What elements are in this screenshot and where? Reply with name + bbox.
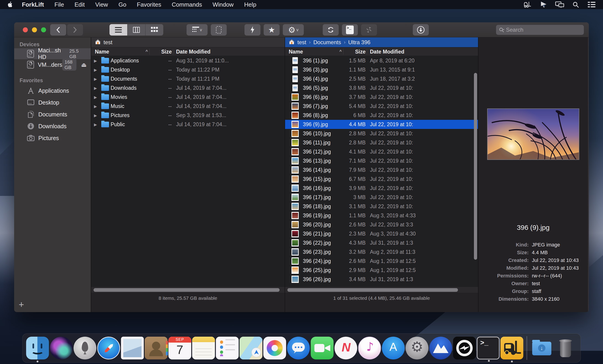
sidebar-item-downloads[interactable]: Downloads [14, 121, 91, 132]
breadcrumb-segment[interactable]: test [297, 39, 306, 45]
dock-icon[interactable] [554, 337, 577, 359]
dock-icon[interactable] [97, 337, 120, 359]
sync-button[interactable] [323, 24, 339, 35]
file-row[interactable]: 396 (17).jpg 3 MB Jul 22, 2019 at 10: [285, 193, 478, 202]
file-row[interactable]: ▶ Pictures -- Sep 3, 2019 at 1:53... [91, 111, 285, 120]
favorites-star-button[interactable]: ★ [264, 24, 280, 35]
dock-icon[interactable] [145, 337, 168, 359]
file-row[interactable]: ▶ Public -- Jul 14, 2019 at 7:04... [91, 120, 285, 129]
dock-icon[interactable] [263, 337, 286, 359]
disclosure-triangle-icon[interactable]: ▶ [94, 113, 97, 118]
dock-icon[interactable]: ⚙ [406, 337, 429, 359]
menu-item-help[interactable]: Help [244, 1, 256, 8]
terminal-button[interactable]: >_ [342, 24, 358, 35]
dock-icon[interactable] [501, 337, 523, 359]
left-pane-horizontal-scrollbar[interactable] [91, 287, 285, 293]
list-view-button[interactable] [109, 24, 127, 35]
paste-placeholder-button[interactable] [211, 24, 227, 35]
back-button[interactable] [50, 24, 66, 35]
sync-browsing-button[interactable] [361, 24, 377, 35]
disclosure-triangle-icon[interactable]: ▶ [94, 68, 97, 72]
file-row[interactable]: ▶ Movies -- Jul 14, 2019 at 7:04... [91, 92, 285, 102]
menu-item-edit[interactable]: Edit [75, 1, 85, 8]
file-row[interactable]: 396 (14).jpg 7.9 MB Jul 22, 2019 at 10: [285, 165, 478, 175]
menu-item-commands[interactable]: Commands [172, 1, 202, 8]
breadcrumb-segment[interactable]: Documents [313, 39, 341, 45]
search-status-icon[interactable] [571, 1, 580, 8]
file-row[interactable]: 396 (4).jpg 2.5 MB Jun 18, 2017 at 3:2 [285, 74, 478, 83]
minimize-button[interactable] [32, 27, 37, 32]
dock-icon[interactable]: N [335, 337, 357, 359]
icon-view-button[interactable] [146, 24, 163, 35]
apple-logo-icon[interactable] [7, 1, 13, 8]
file-row[interactable]: 396 (12).jpg 4.1 MB Jul 22, 2019 at 10: [285, 147, 478, 156]
file-row[interactable]: 396 (24).jpg 2.6 MB Aug 1, 2019 at 12:5 [285, 256, 478, 265]
add-favorite-button[interactable]: + [19, 299, 24, 310]
file-row[interactable]: 396 (7).jpg 5.4 MB Jul 22, 2019 at 10: [285, 102, 478, 111]
file-row[interactable]: ▶ Music -- Jul 14, 2019 at 7:04... [91, 102, 285, 111]
file-row[interactable]: 396 (15).jpg 6.7 MB Jul 22, 2019 at 10: [285, 175, 478, 184]
file-row[interactable]: 396 (26).jpg 3.4 MB Jul 31, 2019 at 1:3 [285, 275, 478, 284]
file-row[interactable]: 396 (19).jpg 1.1 MB Aug 3, 2019 at 4:33 [285, 211, 478, 220]
dock-icon[interactable] [74, 337, 96, 359]
sidebar-item-desktop[interactable]: Desktop [14, 97, 91, 108]
cursor-status-icon[interactable] [539, 1, 548, 8]
file-row[interactable]: 396 (10).jpg 2.8 MB Jul 22, 2019 at 10: [285, 129, 478, 138]
menu-item-go[interactable]: Go [118, 1, 126, 8]
file-row[interactable]: ▶ Desktop -- Today at 11:22 PM [91, 65, 285, 74]
dock-icon[interactable]: ♪ [358, 337, 381, 359]
dock-icon[interactable] [527, 336, 527, 360]
column-view-button[interactable] [128, 24, 145, 35]
dock-icon[interactable] [240, 337, 263, 359]
settings-gear-button[interactable]: ⚙ v [283, 24, 304, 35]
dock-icon[interactable] [453, 337, 476, 359]
file-row[interactable]: ▶ Documents -- Today at 11:21 PM [91, 74, 285, 83]
download-activity-button[interactable] [413, 24, 429, 35]
file-row[interactable]: 396 (18).jpg 3.1 MB Jul 22, 2019 at 10: [285, 202, 478, 211]
file-row[interactable]: 396 (16).jpg 3.9 MB Jul 22, 2019 at 10: [285, 184, 478, 193]
disclosure-triangle-icon[interactable]: ▶ [94, 58, 97, 63]
menu-app-name[interactable]: ForkLift [22, 1, 44, 8]
dock-icon[interactable]: SEP 7 [169, 337, 191, 359]
forward-button[interactable] [67, 24, 83, 35]
file-row[interactable]: 396 (25).jpg 2.9 MB Aug 1, 2019 at 12:5 [285, 265, 478, 275]
dock-icon[interactable] [216, 337, 239, 359]
menu-item-file[interactable]: File [55, 1, 64, 8]
disclosure-triangle-icon[interactable]: ▶ [94, 95, 97, 100]
sidebar-device-macintosh-hd[interactable]: Maci...sh HD 25.5 GB [14, 48, 91, 59]
file-row[interactable]: 396 (13).jpg 7.1 MB Jul 22, 2019 at 10: [285, 156, 478, 165]
disclosure-triangle-icon[interactable]: ▶ [94, 122, 97, 127]
sidebar-item-pictures[interactable]: Pictures [14, 132, 91, 143]
column-header-name[interactable]: Name [289, 49, 303, 55]
dock-icon[interactable] [26, 337, 49, 359]
list-status-icon[interactable] [587, 1, 596, 8]
quick-actions-button[interactable] [244, 24, 260, 35]
disclosure-triangle-icon[interactable]: ▶ [94, 77, 97, 82]
file-row[interactable]: 396 (22).jpg 4.3 MB Jul 31, 2019 at 1:3 [285, 238, 478, 247]
file-row[interactable]: 396 (11).jpg 2.8 MB Jul 22, 2019 at 10: [285, 138, 478, 147]
file-row[interactable]: 396 (20).jpg 2.6 MB Jul 22, 2019 at 3:3 [285, 220, 478, 229]
dock-icon[interactable] [311, 337, 334, 359]
file-row[interactable]: 396 (3).jpg 1.1 MB Jun 13, 2015 at 9:1 [285, 65, 478, 74]
right-pane-vertical-scrollbar[interactable] [474, 56, 477, 284]
sidebar-item-applications[interactable]: Applications [14, 85, 91, 96]
column-header-date[interactable]: Date Modified [370, 49, 404, 55]
column-header-size[interactable]: Size [344, 49, 366, 55]
dock-icon[interactable]: A [382, 337, 405, 359]
breadcrumb-segment[interactable]: Ultra 396 [348, 39, 370, 45]
sidebar-device-vm[interactable]: VM...ders 168 GB ⏏ [14, 59, 91, 70]
dock-icon[interactable] [287, 337, 310, 359]
dock-icon[interactable] [192, 337, 215, 359]
view-options-dropdown[interactable]: v [186, 24, 208, 35]
column-header-name[interactable]: Name [95, 49, 109, 55]
file-row[interactable]: 396 (21).jpg 2.3 MB Aug 3, 2019 at 4:30 [285, 229, 478, 238]
file-row[interactable]: ▶ Applications -- Aug 31, 2019 at 11:0..… [91, 56, 285, 65]
eject-icon[interactable]: ⏏ [81, 61, 87, 68]
right-pane-breadcrumb-bar[interactable]: test › Documents › Ultra 396 [285, 37, 478, 47]
file-row[interactable]: ▶ Downloads -- Jul 14, 2019 at 7:04... [91, 83, 285, 92]
search-field[interactable] [496, 25, 584, 35]
file-row[interactable]: 396 (8).jpg 6 MB Jul 22, 2019 at 10: [285, 111, 478, 120]
disclosure-triangle-icon[interactable]: ▶ [94, 86, 97, 91]
dock-icon[interactable] [121, 337, 144, 359]
dock-icon[interactable] [429, 337, 452, 359]
